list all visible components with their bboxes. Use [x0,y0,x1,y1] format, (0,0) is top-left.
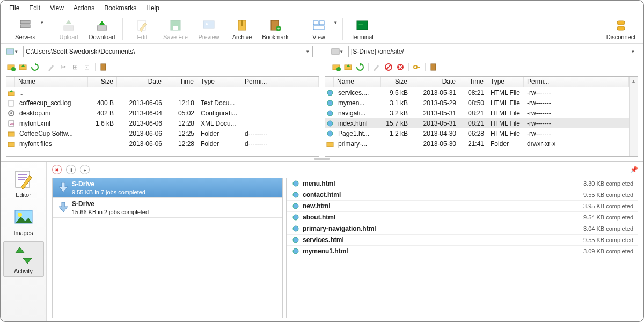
table-row[interactable]: coffeecup_scd.log400 B2013-06-0612:18Tex… [6,98,319,108]
job-item[interactable]: S-Drive15.66 KB in 2 jobs completed [53,198,282,218]
col-date[interactable]: Date [411,77,459,87]
new-folder-icon[interactable] [6,62,17,72]
table-row[interactable]: .. [6,87,319,98]
local-rows[interactable]: ..coffeecup_scd.log400 B2013-06-0612:18T… [6,87,319,156]
savefile-button[interactable]: Save File [159,17,192,41]
file-name: contact.html [301,191,583,199]
refresh-icon[interactable] [30,62,40,72]
tab-editor-label: Editor [16,192,31,198]
stop-transfer-button[interactable]: ✖ [52,165,62,174]
table-row[interactable]: CoffeeCup Softw...2013-06-0612:25Folderd… [6,128,319,138]
tab-editor[interactable]: Editor [3,165,44,201]
bookmark-mini-icon[interactable] [428,62,439,72]
local-path-text: C:\Users\Scott Swedorski\Documents\ [24,48,303,55]
play-transfer-button[interactable]: ▸ [80,165,90,174]
completed-file-item[interactable]: new.html3.95 KB completed [287,201,638,212]
stop-icon[interactable] [383,62,394,72]
svg-point-45 [327,100,333,106]
col-perm[interactable]: Permi... [241,77,319,87]
svg-point-24 [11,67,16,71]
key-icon[interactable] [412,62,422,72]
col-perm[interactable]: Permi... [524,77,629,87]
col-type[interactable]: Type [487,77,524,87]
chevron-down-icon[interactable]: ▾ [303,49,312,54]
svg-rect-7 [203,21,214,28]
menu-actions[interactable]: Actions [69,3,99,13]
col-size[interactable]: Size [88,77,117,87]
bookmark-mini-icon[interactable] [98,62,109,72]
completed-files-list[interactable]: menu.html3.30 KB completedcontact.html9.… [286,178,638,318]
pin-icon[interactable]: 📌 [630,166,638,173]
edit-mini-icon[interactable] [371,62,382,72]
table-row[interactable]: index.html15.7 kB2013-05-3108:21HTML Fil… [325,118,629,128]
local-path-input[interactable]: C:\Users\Scott Swedorski\Documents\ ▾ [23,46,313,57]
job-title: S-Drive [72,180,278,188]
horizontal-splitter[interactable] [1,157,643,161]
remote-drive-icon[interactable]: ▾ [331,46,343,57]
refresh-icon[interactable] [355,62,365,72]
table-row[interactable]: services....9.5 kB2013-05-3108:21HTML Fi… [325,87,629,98]
delete-icon[interactable] [395,62,406,72]
archive-button[interactable]: Archive [226,17,258,41]
copy-icon[interactable]: ⊞ [70,62,80,72]
disconnect-button[interactable]: Disconnect [605,17,637,41]
chevron-down-icon[interactable]: ▾ [628,49,638,54]
upload-button[interactable]: Upload [53,17,85,41]
col-type[interactable]: Type [197,77,241,87]
local-drive-icon[interactable]: ▾ [6,46,18,57]
completed-file-item[interactable]: menu.html3.30 KB completed [287,178,638,189]
tab-activity[interactable]: Activity [3,241,44,277]
scrollbar[interactable]: ▴ [629,77,638,156]
pause-transfer-button[interactable]: ⏸ [66,165,76,174]
table-row[interactable]: mymen...3.1 kB2013-05-2908:50HTML File-r… [325,98,629,108]
file-name: mymenu1.html [301,247,583,255]
col-time[interactable]: Time [459,77,487,87]
menu-edit[interactable]: Edit [25,3,45,13]
svg-point-57 [293,192,298,197]
up-folder-icon[interactable] [18,62,28,72]
svg-point-56 [293,181,298,186]
paste-icon[interactable]: ⊡ [82,62,92,72]
transfer-controls: ✖ ⏸ ▸ 📌 [47,162,643,178]
download-button[interactable]: Download [86,17,118,41]
col-time[interactable]: Time [165,77,197,87]
preview-button[interactable]: Preview [193,17,225,41]
job-item[interactable]: S-Drive9.55 KB in 7 jobs completed [53,178,282,198]
table-row[interactable]: primary-...2013-05-3021:41Folderdrwxr-xr… [325,138,629,149]
table-row[interactable]: desktop.ini402 B2013-06-0405:02Configura… [6,108,319,118]
edit-mini-icon[interactable] [46,62,57,72]
col-date[interactable]: Date [117,77,165,87]
jobs-list[interactable]: S-Drive9.55 KB in 7 jobs completedS-Driv… [52,178,283,318]
svg-point-44 [327,90,333,96]
svg-text:+: + [277,26,280,31]
cut-icon[interactable]: ✂ [58,62,69,72]
remote-rows[interactable]: services....9.5 kB2013-05-3108:21HTML Fi… [325,87,629,156]
bookmark-button[interactable]: + Bookmark [259,17,291,41]
view-button[interactable]: ▾ View [299,17,338,41]
completed-file-item[interactable]: contact.html9.55 KB completed [287,189,638,201]
col-size[interactable]: Size [381,77,411,87]
cell-date: 2013-05-31 [411,120,459,127]
table-row[interactable]: Page1.ht...1.2 kB2013-04-3006:28HTML Fil… [325,128,629,138]
completed-file-item[interactable]: services.html9.55 KB completed [287,235,638,246]
completed-file-item[interactable]: primary-navigation.html3.04 KB completed [287,223,638,235]
servers-button[interactable]: ▾ Servers [6,17,45,41]
menu-view[interactable]: View [46,3,68,13]
remote-path-input[interactable]: [S-Drive] /one/site/ ▾ [348,46,638,57]
new-folder-icon[interactable] [331,62,342,72]
completed-file-item[interactable]: mymenu1.html3.09 KB completed [287,246,638,257]
table-row[interactable]: xmlmyfont.xml1.6 kB2013-06-0612:28XML Do… [6,118,319,128]
up-folder-icon[interactable] [343,62,354,72]
col-name[interactable]: Name [334,77,381,87]
tab-images[interactable]: Images [3,203,44,239]
menu-help[interactable]: Help [142,3,164,13]
col-name[interactable]: Name [15,77,88,87]
terminal-button[interactable]: ≡≡ Terminal [346,17,378,41]
table-row[interactable]: navigati...3.2 kB2013-05-3108:21HTML Fil… [325,108,629,118]
edit-button[interactable]: Edit [126,17,158,41]
menu-file[interactable]: File [5,3,24,13]
table-row[interactable]: myfont files2013-06-0612:28Folderd------… [6,138,319,149]
completed-file-item[interactable]: about.html9.54 KB completed [287,212,638,223]
menu-bookmarks[interactable]: Bookmarks [100,3,141,13]
cell-type: Folder [197,140,241,148]
